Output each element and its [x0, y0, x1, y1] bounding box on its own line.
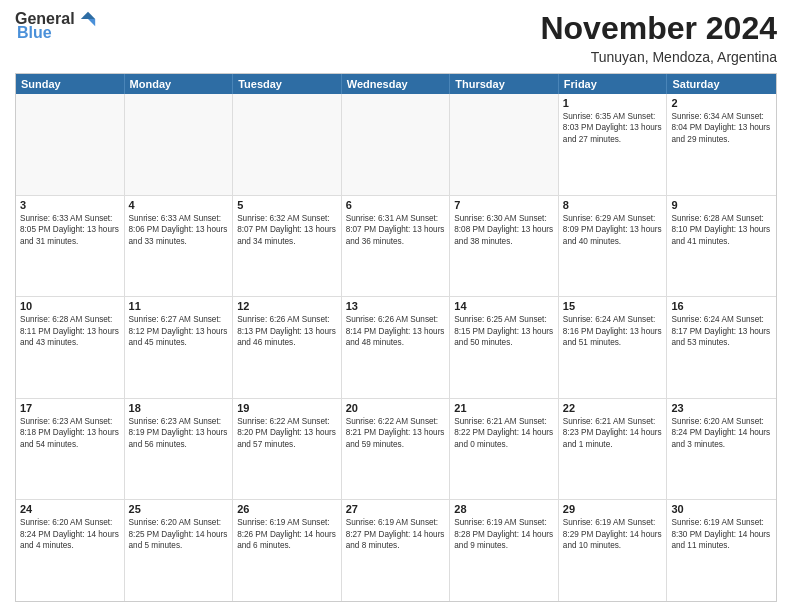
header-friday: Friday — [559, 74, 668, 94]
day-cell-17: 17Sunrise: 6:23 AM Sunset: 8:18 PM Dayli… — [16, 399, 125, 500]
day-number-7: 7 — [454, 199, 554, 211]
day-number-26: 26 — [237, 503, 337, 515]
day-info-16: Sunrise: 6:24 AM Sunset: 8:17 PM Dayligh… — [671, 314, 772, 348]
day-info-13: Sunrise: 6:26 AM Sunset: 8:14 PM Dayligh… — [346, 314, 446, 348]
day-cell-10: 10Sunrise: 6:28 AM Sunset: 8:11 PM Dayli… — [16, 297, 125, 398]
day-number-4: 4 — [129, 199, 229, 211]
empty-cell-w0-d3 — [342, 94, 451, 195]
header-monday: Monday — [125, 74, 234, 94]
header: General Blue November 2024 Tunuyan, Mend… — [15, 10, 777, 65]
day-cell-25: 25Sunrise: 6:20 AM Sunset: 8:25 PM Dayli… — [125, 500, 234, 601]
day-info-17: Sunrise: 6:23 AM Sunset: 8:18 PM Dayligh… — [20, 416, 120, 450]
day-number-24: 24 — [20, 503, 120, 515]
day-number-15: 15 — [563, 300, 663, 312]
day-cell-8: 8Sunrise: 6:29 AM Sunset: 8:09 PM Daylig… — [559, 196, 668, 297]
day-number-8: 8 — [563, 199, 663, 211]
day-info-18: Sunrise: 6:23 AM Sunset: 8:19 PM Dayligh… — [129, 416, 229, 450]
day-cell-30: 30Sunrise: 6:19 AM Sunset: 8:30 PM Dayli… — [667, 500, 776, 601]
day-info-23: Sunrise: 6:20 AM Sunset: 8:24 PM Dayligh… — [671, 416, 772, 450]
day-info-8: Sunrise: 6:29 AM Sunset: 8:09 PM Dayligh… — [563, 213, 663, 247]
svg-marker-0 — [80, 12, 94, 19]
day-number-21: 21 — [454, 402, 554, 414]
logo-blue: Blue — [17, 24, 52, 42]
day-number-11: 11 — [129, 300, 229, 312]
day-info-1: Sunrise: 6:35 AM Sunset: 8:03 PM Dayligh… — [563, 111, 663, 145]
day-cell-12: 12Sunrise: 6:26 AM Sunset: 8:13 PM Dayli… — [233, 297, 342, 398]
day-number-20: 20 — [346, 402, 446, 414]
day-number-13: 13 — [346, 300, 446, 312]
day-cell-7: 7Sunrise: 6:30 AM Sunset: 8:08 PM Daylig… — [450, 196, 559, 297]
day-info-25: Sunrise: 6:20 AM Sunset: 8:25 PM Dayligh… — [129, 517, 229, 551]
day-cell-21: 21Sunrise: 6:21 AM Sunset: 8:22 PM Dayli… — [450, 399, 559, 500]
day-number-23: 23 — [671, 402, 772, 414]
day-cell-14: 14Sunrise: 6:25 AM Sunset: 8:15 PM Dayli… — [450, 297, 559, 398]
day-number-17: 17 — [20, 402, 120, 414]
calendar-header: Sunday Monday Tuesday Wednesday Thursday… — [16, 74, 776, 94]
day-cell-9: 9Sunrise: 6:28 AM Sunset: 8:10 PM Daylig… — [667, 196, 776, 297]
day-number-22: 22 — [563, 402, 663, 414]
empty-cell-w0-d0 — [16, 94, 125, 195]
header-wednesday: Wednesday — [342, 74, 451, 94]
day-cell-23: 23Sunrise: 6:20 AM Sunset: 8:24 PM Dayli… — [667, 399, 776, 500]
week-3: 10Sunrise: 6:28 AM Sunset: 8:11 PM Dayli… — [16, 297, 776, 399]
day-info-19: Sunrise: 6:22 AM Sunset: 8:20 PM Dayligh… — [237, 416, 337, 450]
day-info-26: Sunrise: 6:19 AM Sunset: 8:26 PM Dayligh… — [237, 517, 337, 551]
day-cell-13: 13Sunrise: 6:26 AM Sunset: 8:14 PM Dayli… — [342, 297, 451, 398]
day-info-14: Sunrise: 6:25 AM Sunset: 8:15 PM Dayligh… — [454, 314, 554, 348]
day-number-2: 2 — [671, 97, 772, 109]
header-sunday: Sunday — [16, 74, 125, 94]
day-cell-1: 1Sunrise: 6:35 AM Sunset: 8:03 PM Daylig… — [559, 94, 668, 195]
day-cell-11: 11Sunrise: 6:27 AM Sunset: 8:12 PM Dayli… — [125, 297, 234, 398]
day-cell-26: 26Sunrise: 6:19 AM Sunset: 8:26 PM Dayli… — [233, 500, 342, 601]
empty-cell-w0-d2 — [233, 94, 342, 195]
day-number-30: 30 — [671, 503, 772, 515]
day-cell-22: 22Sunrise: 6:21 AM Sunset: 8:23 PM Dayli… — [559, 399, 668, 500]
day-info-2: Sunrise: 6:34 AM Sunset: 8:04 PM Dayligh… — [671, 111, 772, 145]
day-info-11: Sunrise: 6:27 AM Sunset: 8:12 PM Dayligh… — [129, 314, 229, 348]
day-info-22: Sunrise: 6:21 AM Sunset: 8:23 PM Dayligh… — [563, 416, 663, 450]
day-number-28: 28 — [454, 503, 554, 515]
month-title: November 2024 — [540, 10, 777, 47]
day-cell-20: 20Sunrise: 6:22 AM Sunset: 8:21 PM Dayli… — [342, 399, 451, 500]
day-cell-6: 6Sunrise: 6:31 AM Sunset: 8:07 PM Daylig… — [342, 196, 451, 297]
svg-marker-1 — [88, 19, 95, 26]
day-cell-29: 29Sunrise: 6:19 AM Sunset: 8:29 PM Dayli… — [559, 500, 668, 601]
day-info-3: Sunrise: 6:33 AM Sunset: 8:05 PM Dayligh… — [20, 213, 120, 247]
day-info-30: Sunrise: 6:19 AM Sunset: 8:30 PM Dayligh… — [671, 517, 772, 551]
header-saturday: Saturday — [667, 74, 776, 94]
day-cell-18: 18Sunrise: 6:23 AM Sunset: 8:19 PM Dayli… — [125, 399, 234, 500]
page: General Blue November 2024 Tunuyan, Mend… — [0, 0, 792, 612]
logo-icon — [79, 10, 97, 28]
day-number-25: 25 — [129, 503, 229, 515]
day-cell-19: 19Sunrise: 6:22 AM Sunset: 8:20 PM Dayli… — [233, 399, 342, 500]
day-cell-24: 24Sunrise: 6:20 AM Sunset: 8:24 PM Dayli… — [16, 500, 125, 601]
day-info-4: Sunrise: 6:33 AM Sunset: 8:06 PM Dayligh… — [129, 213, 229, 247]
day-info-6: Sunrise: 6:31 AM Sunset: 8:07 PM Dayligh… — [346, 213, 446, 247]
day-number-12: 12 — [237, 300, 337, 312]
week-4: 17Sunrise: 6:23 AM Sunset: 8:18 PM Dayli… — [16, 399, 776, 501]
logo: General Blue — [15, 10, 97, 42]
day-number-6: 6 — [346, 199, 446, 211]
calendar: Sunday Monday Tuesday Wednesday Thursday… — [15, 73, 777, 602]
title-block: November 2024 Tunuyan, Mendoza, Argentin… — [540, 10, 777, 65]
day-info-20: Sunrise: 6:22 AM Sunset: 8:21 PM Dayligh… — [346, 416, 446, 450]
day-cell-5: 5Sunrise: 6:32 AM Sunset: 8:07 PM Daylig… — [233, 196, 342, 297]
day-number-5: 5 — [237, 199, 337, 211]
day-info-21: Sunrise: 6:21 AM Sunset: 8:22 PM Dayligh… — [454, 416, 554, 450]
day-number-10: 10 — [20, 300, 120, 312]
day-info-9: Sunrise: 6:28 AM Sunset: 8:10 PM Dayligh… — [671, 213, 772, 247]
week-1: 1Sunrise: 6:35 AM Sunset: 8:03 PM Daylig… — [16, 94, 776, 196]
day-number-3: 3 — [20, 199, 120, 211]
day-cell-3: 3Sunrise: 6:33 AM Sunset: 8:05 PM Daylig… — [16, 196, 125, 297]
header-thursday: Thursday — [450, 74, 559, 94]
day-info-24: Sunrise: 6:20 AM Sunset: 8:24 PM Dayligh… — [20, 517, 120, 551]
day-number-16: 16 — [671, 300, 772, 312]
day-info-7: Sunrise: 6:30 AM Sunset: 8:08 PM Dayligh… — [454, 213, 554, 247]
day-cell-16: 16Sunrise: 6:24 AM Sunset: 8:17 PM Dayli… — [667, 297, 776, 398]
week-5: 24Sunrise: 6:20 AM Sunset: 8:24 PM Dayli… — [16, 500, 776, 601]
empty-cell-w0-d1 — [125, 94, 234, 195]
day-cell-15: 15Sunrise: 6:24 AM Sunset: 8:16 PM Dayli… — [559, 297, 668, 398]
day-number-14: 14 — [454, 300, 554, 312]
day-number-19: 19 — [237, 402, 337, 414]
calendar-body: 1Sunrise: 6:35 AM Sunset: 8:03 PM Daylig… — [16, 94, 776, 601]
